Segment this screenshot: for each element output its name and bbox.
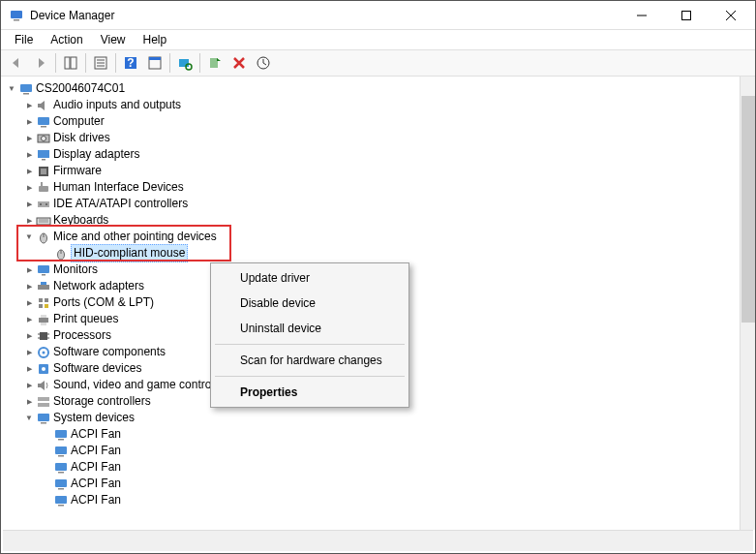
tree-device[interactable]: ACPI Fan [1,492,755,508]
node-label: Keyboards [53,212,108,229]
enable-button[interactable] [203,51,227,75]
forward-button[interactable] [29,51,52,75]
storage-icon [36,394,51,410]
node-label: Audio inputs and outputs [53,97,181,113]
node-label: ACPI Fan [71,459,121,476]
expander-icon[interactable]: ▶ [22,163,36,179]
svg-rect-23 [41,126,46,128]
expander-icon[interactable]: ▶ [22,327,36,344]
help-button[interactable]: ? [119,51,142,75]
menu-view[interactable]: View [93,31,134,48]
menu-file[interactable]: File [7,31,41,48]
expander-icon[interactable]: ▶ [22,311,36,327]
expander-icon[interactable]: ▶ [22,262,36,278]
system-icon [53,444,69,459]
tree-device[interactable]: ACPI Fan [1,443,755,459]
svg-rect-63 [38,403,49,407]
expander-icon[interactable]: ▶ [22,344,36,360]
context-scan-hardware[interactable]: Scan for hardware changes [213,348,407,373]
tree-category[interactable]: ▶ Audio inputs and outputs [1,97,755,113]
back-button[interactable] [5,51,28,75]
tree-category[interactable]: ▶ Computer [1,113,755,130]
tree-category[interactable]: ▶ Firmware [1,163,755,179]
uninstall-button[interactable] [227,51,251,75]
node-label: System devices [53,410,135,426]
firmware-icon [36,164,51,179]
close-button[interactable] [709,1,753,29]
scrollbar-thumb[interactable] [741,96,755,323]
show-hide-tree-button[interactable] [59,51,82,75]
computer-icon [18,81,34,97]
expander-icon[interactable]: ▼ [22,410,36,426]
expander-icon[interactable]: ▶ [22,97,36,113]
window-title: Device Manager [30,9,620,22]
svg-point-25 [42,136,46,140]
tree-root[interactable]: ▼ CS20046074C01 [1,80,755,97]
svg-rect-48 [39,304,43,308]
tree-category[interactable]: ▶ Keyboards [1,212,755,229]
node-label: Network adapters [53,278,144,294]
expander-icon[interactable]: ▶ [22,196,36,212]
node-label: IDE ATA/ATAPI controllers [53,196,188,212]
expander-icon[interactable]: ▶ [22,212,36,229]
vertical-scrollbar[interactable] [740,77,755,530]
disk-icon [36,131,51,146]
node-label: Display adapters [53,146,139,163]
menu-help[interactable]: Help [136,31,175,48]
menu-action[interactable]: Action [43,31,90,48]
node-label: Storage controllers [53,393,151,410]
context-uninstall-device[interactable]: Uninstall device [213,316,407,341]
expander-icon[interactable]: ▼ [22,229,36,245]
keyboard-icon [36,213,51,229]
expander-icon[interactable]: ▶ [22,113,36,130]
tree-category[interactable]: ▶ Human Interface Devices [1,179,755,196]
properties-button[interactable] [89,51,112,75]
expander-icon[interactable]: ▶ [22,130,36,146]
expander-icon[interactable]: ▶ [22,360,36,377]
maximize-button[interactable] [664,1,709,29]
context-disable-device[interactable]: Disable device [213,291,407,316]
svg-point-34 [45,203,47,205]
svg-rect-43 [42,274,45,276]
scan-button[interactable] [173,51,197,75]
svg-rect-71 [58,472,64,474]
minimize-button[interactable] [620,1,664,29]
svg-rect-68 [55,446,67,454]
update-button[interactable] [252,51,275,75]
svg-rect-31 [41,182,43,186]
node-label: ACPI Fan [71,443,121,459]
expander-icon[interactable]: ▼ [5,80,18,97]
context-properties[interactable]: Properties [213,380,407,405]
svg-rect-32 [38,201,49,207]
tree-category[interactable]: ▼ Mice and other pointing devices [1,229,755,245]
tree-device[interactable]: ACPI Fan [1,459,755,476]
app-icon [9,8,24,23]
tree-category[interactable]: ▶ Display adapters [1,146,755,163]
network-icon [36,279,51,294]
svg-rect-62 [38,397,49,401]
expander-icon[interactable]: ▶ [22,179,36,196]
tree-device[interactable]: HID-compliant mouse [1,245,755,262]
system-icon [53,460,69,476]
tree-category[interactable]: ▶ Disk drives [1,130,755,146]
svg-rect-51 [41,315,46,318]
tree-category[interactable]: ▼ System devices [1,410,755,426]
svg-rect-42 [38,265,49,273]
tree-category[interactable]: ▶ IDE ATA/ATAPI controllers [1,196,755,212]
toolbar-separator [115,53,116,73]
toolbar-separator [199,53,200,73]
expander-icon[interactable]: ▶ [22,146,36,163]
expander-icon[interactable]: ▶ [22,393,36,410]
tree-device[interactable]: ACPI Fan [1,476,755,492]
expander-icon[interactable]: ▶ [22,377,36,393]
svg-rect-53 [40,332,47,340]
cpu-icon [36,328,51,344]
node-label: Ports (COM & LPT) [53,294,154,311]
expander-icon[interactable]: ▶ [22,278,36,294]
expander-icon[interactable]: ▶ [22,294,36,311]
action-button[interactable] [143,51,166,75]
menubar: File Action View Help [1,30,755,49]
tree-device[interactable]: ACPI Fan [1,426,755,443]
svg-rect-69 [58,455,64,457]
context-update-driver[interactable]: Update driver [213,265,407,291]
